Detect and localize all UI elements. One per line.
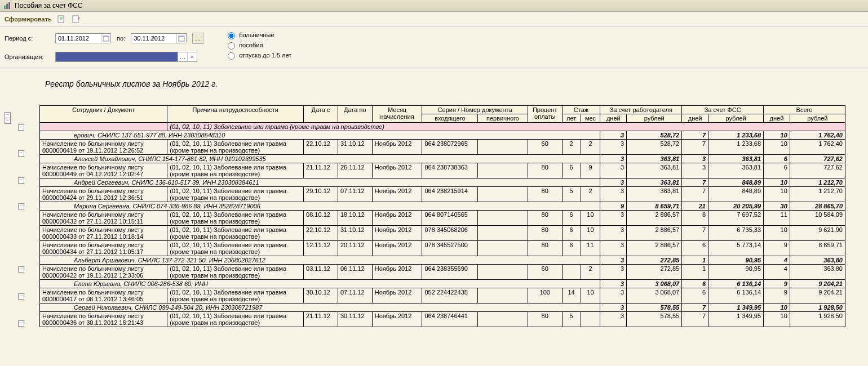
- cell: 3: [600, 187, 627, 202]
- cell: Ноябрь 2012: [372, 163, 422, 178]
- cell: 10: [764, 312, 790, 327]
- cell: Андрей Сергеевич, СНИЛС 136-610-517 39, …: [40, 178, 600, 187]
- cell: 6: [562, 226, 581, 241]
- cell: 578,55: [627, 303, 682, 312]
- radio-benefits[interactable]: пособия: [225, 41, 291, 50]
- cell: [478, 312, 528, 327]
- report-area: Реестр больничных листов за Ноябрь 2012 …: [0, 68, 868, 333]
- export-icon[interactable]: [56, 14, 67, 24]
- clear-icon[interactable]: ×: [187, 52, 197, 61]
- cell: 4: [764, 265, 790, 280]
- date-to-field[interactable]: [131, 34, 176, 42]
- cell: 30.11.12: [338, 312, 372, 327]
- form-button[interactable]: Сформировать: [5, 16, 52, 23]
- table-row: Начисление по больничному листу 00000004…: [40, 211, 845, 226]
- svg-rect-6: [103, 36, 109, 37]
- cell: Ноябрь 2012: [372, 241, 422, 256]
- cell: 1 928,50: [790, 312, 845, 327]
- org-value: [56, 52, 178, 61]
- cell: 9 204,21: [790, 288, 845, 303]
- cell: 11: [581, 241, 600, 256]
- cell: [562, 265, 581, 280]
- cell: [478, 140, 528, 155]
- svg-rect-8: [179, 36, 184, 37]
- col-employee: Сотрудник / Документ: [40, 106, 167, 123]
- date-from-field[interactable]: [56, 34, 101, 42]
- tree-toggle[interactable]: −: [18, 150, 24, 157]
- col-fss: За счет ФСС: [682, 106, 764, 114]
- radio-sick[interactable]: больничные: [225, 30, 291, 39]
- cell: 9: [764, 280, 790, 288]
- cell: 363,81: [708, 155, 764, 163]
- cell: 20 205,99: [708, 202, 764, 211]
- tree-toggle[interactable]: −: [18, 266, 24, 273]
- ellipsis-icon[interactable]: …: [178, 52, 187, 61]
- cell: 064 238355690: [422, 265, 478, 280]
- cell: 26.11.12: [338, 163, 372, 178]
- cell: 80: [528, 187, 562, 202]
- table-row: Начисление по больничному листу 00000004…: [40, 288, 845, 303]
- category-row: (01, 02, 10, 11) Заболевание или травма …: [40, 123, 845, 131]
- calendar-icon[interactable]: [101, 34, 110, 43]
- cell: 064 807140565: [422, 211, 478, 226]
- cell: 2 886,57: [627, 211, 682, 226]
- cell: 10 584,09: [790, 211, 845, 226]
- col-tot-days: дней: [764, 114, 790, 123]
- tree-toggle[interactable]: −: [5, 118, 11, 124]
- table-body: (01, 02, 10, 11) Заболевание или травма …: [40, 123, 845, 327]
- cell: 8: [682, 211, 708, 226]
- date-from-input[interactable]: [55, 33, 111, 43]
- cell: 3: [600, 140, 627, 155]
- tree-toggle[interactable]: −: [18, 177, 24, 184]
- cell: 9 204,21: [790, 280, 845, 288]
- params-panel: Период с: по: … Организация: … × больнич…: [0, 27, 868, 68]
- col-total: Всего: [764, 106, 845, 114]
- table-header: Сотрудник / Документ Причина нетрудоспос…: [40, 106, 845, 123]
- svg-rect-0: [4, 6, 6, 9]
- org-input[interactable]: … ×: [55, 52, 197, 62]
- calendar-icon[interactable]: [176, 34, 186, 43]
- period-picker-button[interactable]: …: [192, 33, 203, 44]
- cell: (01, 02, 10, 11) Заболевание или травма …: [167, 312, 304, 327]
- cell: 22.10.12: [304, 226, 338, 241]
- col-tot-rub: рублей: [790, 114, 845, 123]
- window-titlebar: Пособия за счет ФСС: [0, 0, 868, 12]
- col-percent: Процент оплаты: [528, 106, 562, 123]
- cell: 20.11.12: [338, 241, 372, 256]
- cell: 3: [600, 163, 627, 178]
- svg-rect-3: [58, 16, 64, 23]
- cell: Ноябрь 2012: [372, 187, 422, 202]
- cell: 21: [682, 202, 708, 211]
- cell: 90,95: [708, 265, 764, 280]
- radio-leave[interactable]: отпуска до 1.5 лет: [225, 51, 291, 60]
- cell: 272,85: [627, 265, 682, 280]
- cell: 80: [528, 312, 562, 327]
- cell: 28 865,70: [790, 202, 845, 211]
- cell: 727,62: [790, 155, 845, 163]
- cell: 2: [581, 187, 600, 202]
- cell: [478, 265, 528, 280]
- refresh-icon[interactable]: [71, 14, 81, 24]
- group-row: Сергей Николаевич, СНИЛС 099-249-504 20,…: [40, 303, 845, 312]
- svg-rect-2: [8, 2, 10, 9]
- cell: 10: [581, 226, 600, 241]
- cell: 10: [764, 178, 790, 187]
- cell: Начисление по больничному листу 00000004…: [40, 140, 167, 155]
- cell: Ноябрь 2012: [372, 265, 422, 280]
- cell: 6: [562, 211, 581, 226]
- toolbar: Сформировать: [0, 12, 868, 27]
- tree-toggle[interactable]: −: [18, 203, 24, 209]
- tree-toggle[interactable]: −: [18, 320, 24, 327]
- cell: 6 735,33: [708, 226, 764, 241]
- tree-toggle[interactable]: −: [18, 293, 24, 300]
- date-to-input[interactable]: [131, 33, 187, 43]
- col-month: Месяц начисления: [372, 106, 422, 123]
- cell: 4: [764, 256, 790, 265]
- tree-toggle[interactable]: −: [18, 124, 24, 131]
- col-reason: Причина нетрудоспособности: [167, 106, 304, 123]
- table-row: Начисление по больничному листу 00000004…: [40, 163, 845, 178]
- cell: 363,81: [627, 163, 682, 178]
- cell: [478, 211, 528, 226]
- cell: 7: [682, 131, 708, 140]
- cell: 80: [528, 241, 562, 256]
